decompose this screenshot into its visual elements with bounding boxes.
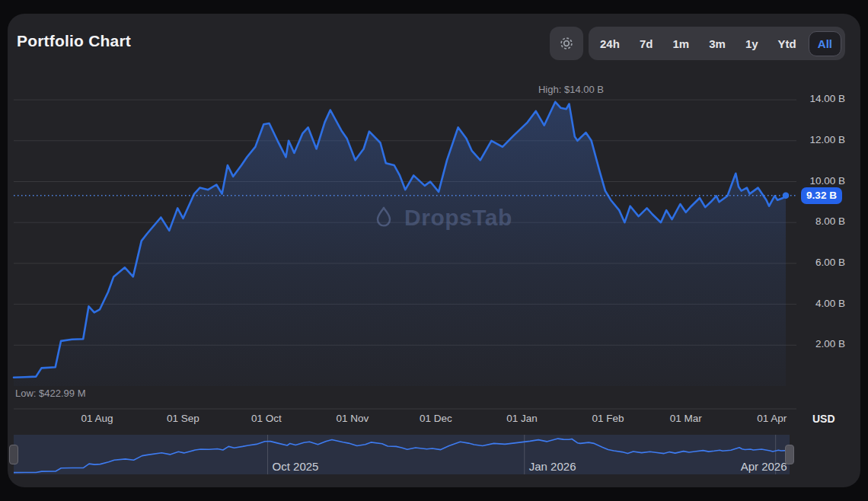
currency-label: USD — [812, 413, 835, 425]
navigator-right-handle[interactable] — [785, 445, 794, 464]
nav-marker-label: Apr 2026 — [741, 460, 787, 473]
y-axis-tick: 10.00 B — [799, 175, 845, 187]
x-axis-tick: 01 Dec — [409, 413, 462, 424]
y-axis-tick: 2.00 B — [799, 338, 845, 349]
y-axis-tick: 14.00 B — [799, 93, 845, 104]
y-axis-tick: 12.00 B — [799, 134, 845, 145]
y-axis-tick: 8.00 B — [799, 215, 845, 227]
x-axis-tick: 01 Sep — [156, 413, 209, 424]
nav-marker-label: Jan 2026 — [529, 460, 576, 473]
nav-marker-label: Oct 2025 — [273, 460, 319, 473]
x-axis-tick: 01 Aug — [70, 413, 123, 424]
navigator-background[interactable] — [14, 435, 790, 474]
x-axis-tick: 01 Feb — [582, 413, 635, 424]
navigator-left-handle[interactable] — [9, 445, 18, 464]
current-value-badge: 9.32 B — [801, 187, 842, 204]
y-axis-tick: 6.00 B — [799, 257, 845, 268]
area-fill — [14, 102, 786, 386]
x-axis-tick: 01 Jan — [495, 413, 548, 424]
x-axis-tick: 01 Mar — [659, 413, 713, 424]
portfolio-chart-card: Portfolio Chart 24h7d1m3m1yYtdAll High: … — [8, 14, 860, 487]
high-value-label: High: $14.00 B — [495, 84, 647, 95]
x-axis-tick: 01 Nov — [326, 413, 379, 424]
y-axis-tick: 4.00 B — [799, 298, 845, 309]
x-axis-tick: 01 Oct — [240, 413, 293, 424]
low-value-label: Low: $422.99 M — [15, 388, 86, 399]
last-point-dot — [783, 192, 790, 199]
x-axis-tick: 01 Apr — [745, 413, 799, 424]
